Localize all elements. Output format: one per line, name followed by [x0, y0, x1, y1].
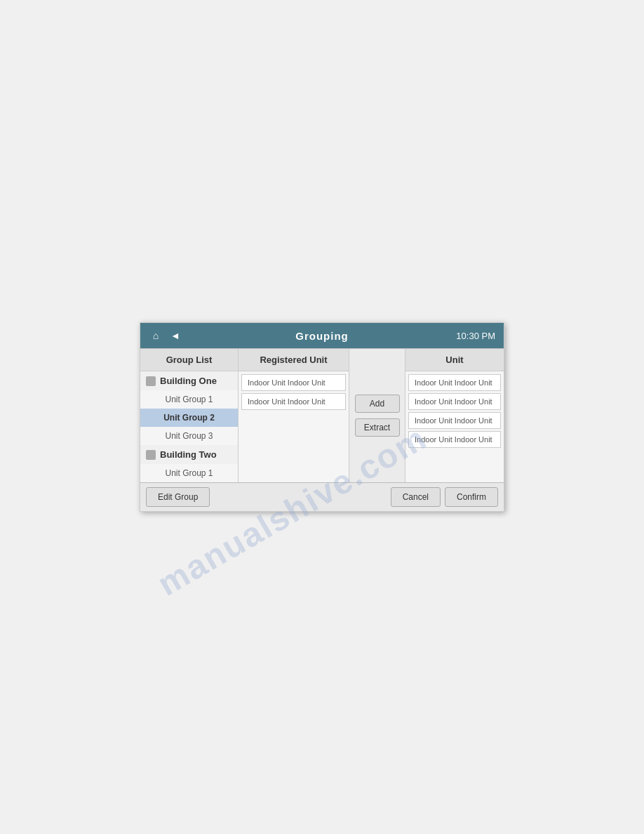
action-buttons-panel: Add Extract: [349, 349, 405, 482]
time-display: 10:30 PM: [456, 331, 495, 341]
group-list-header: Group List: [140, 349, 238, 371]
unit-item-2[interactable]: Indoor Unit Indoor Unit: [408, 412, 501, 429]
content-area: Group List Building One Unit Group 1 Uni…: [140, 348, 504, 482]
three-col: Registered Unit Indoor Unit Indoor Unit …: [239, 349, 504, 482]
registered-unit-panel: Registered Unit Indoor Unit Indoor Unit …: [239, 349, 349, 482]
dialog-title: Grouping: [295, 330, 349, 342]
home-icon[interactable]: ⌂: [149, 329, 163, 343]
unit-group-1-building-one[interactable]: Unit Group 1: [140, 390, 238, 409]
footer-right-buttons: Cancel Confirm: [391, 487, 498, 507]
unit-group-3-building-one[interactable]: Unit Group 3: [140, 427, 238, 445]
extract-button[interactable]: Extract: [355, 418, 400, 437]
main-dialog: ⌂ ◄ Grouping 10:30 PM Group List Buildin…: [140, 322, 504, 512]
building-one-icon: [146, 376, 156, 386]
building-two-icon: [146, 450, 156, 460]
unit-item-0[interactable]: Indoor Unit Indoor Unit: [408, 374, 501, 391]
cancel-button[interactable]: Cancel: [391, 487, 441, 507]
title-bar-icons: ⌂ ◄: [149, 329, 182, 343]
add-button[interactable]: Add: [355, 395, 400, 413]
footer: Edit Group Cancel Confirm: [140, 482, 504, 511]
unit-header: Unit: [405, 349, 504, 371]
building-two-name: Building Two: [160, 449, 217, 460]
building-two-label: Building Two: [140, 445, 238, 464]
unit-item-1[interactable]: Indoor Unit Indoor Unit: [408, 393, 501, 410]
footer-spacer: [214, 487, 386, 507]
back-icon[interactable]: ◄: [168, 329, 182, 343]
registered-unit-header: Registered Unit: [239, 349, 349, 371]
edit-group-button[interactable]: Edit Group: [146, 487, 210, 507]
registered-item-0[interactable]: Indoor Unit Indoor Unit: [241, 374, 346, 391]
unit-items: Indoor Unit Indoor Unit Indoor Unit Indo…: [405, 371, 504, 453]
registered-unit-items: Indoor Unit Indoor Unit Indoor Unit Indo…: [239, 371, 349, 482]
group-list-panel: Group List Building One Unit Group 1 Uni…: [140, 349, 239, 482]
unit-item-3[interactable]: Indoor Unit Indoor Unit: [408, 431, 501, 448]
building-one-name: Building One: [160, 376, 217, 386]
unit-group-1-building-two[interactable]: Unit Group 1: [140, 464, 238, 482]
building-one-label: Building One: [140, 371, 238, 390]
registered-item-1[interactable]: Indoor Unit Indoor Unit: [241, 393, 346, 410]
title-bar: ⌂ ◄ Grouping 10:30 PM: [140, 323, 504, 348]
unit-group-2-building-one[interactable]: Unit Group 2: [140, 409, 238, 427]
confirm-button[interactable]: Confirm: [445, 487, 498, 507]
unit-panel: Unit Indoor Unit Indoor Unit Indoor Unit…: [405, 349, 504, 482]
